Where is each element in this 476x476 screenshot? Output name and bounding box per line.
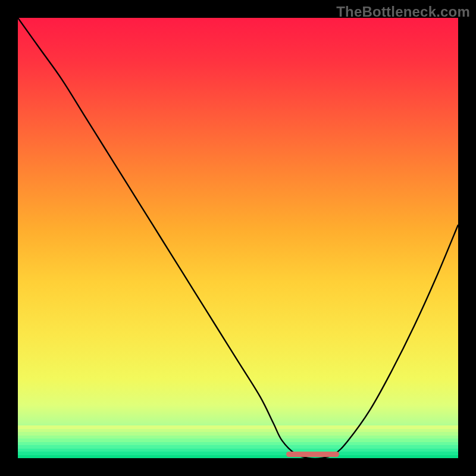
bottleneck-curve — [18, 18, 458, 458]
watermark-text: TheBottleneck.com — [336, 4, 470, 20]
curve-path — [18, 18, 458, 458]
minimum-marker — [286, 452, 339, 457]
plot-area — [18, 18, 458, 458]
chart-frame: TheBottleneck.com — [0, 0, 476, 476]
